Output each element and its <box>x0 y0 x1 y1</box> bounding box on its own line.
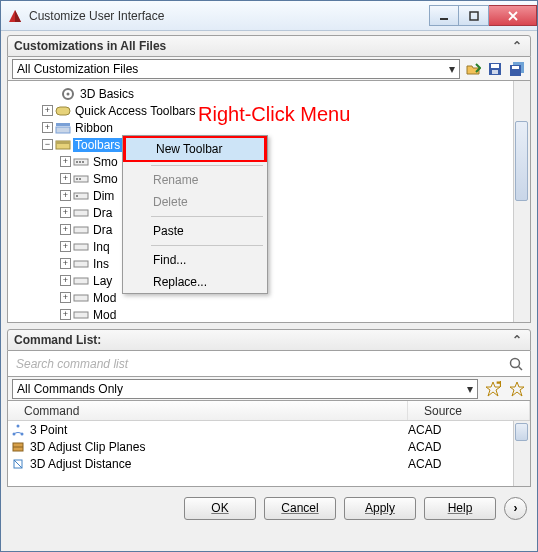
toolbar-icon <box>73 240 89 254</box>
cancel-button[interactable]: Cancel <box>264 497 336 520</box>
column-command-header[interactable]: Command <box>8 401 408 420</box>
svg-rect-27 <box>74 227 88 233</box>
list-item[interactable]: 3 Point ACAD <box>8 421 530 438</box>
expand-icon[interactable]: + <box>60 173 71 184</box>
star-new-icon[interactable]: ✚ <box>484 380 502 398</box>
command-icon <box>8 423 28 437</box>
command-list-title: Command List: <box>14 333 101 347</box>
expand-icon[interactable]: + <box>42 122 53 133</box>
expand-icon[interactable]: + <box>60 258 71 269</box>
svg-rect-22 <box>76 178 78 180</box>
svg-rect-31 <box>74 295 88 301</box>
ctx-rename: Rename <box>123 169 267 191</box>
tree-toolbar-item[interactable]: Mod <box>91 308 118 322</box>
command-name: 3D Adjust Clip Planes <box>28 440 408 454</box>
toolbar-icon <box>73 308 89 322</box>
svg-rect-6 <box>492 70 498 74</box>
tree-toolbar-item[interactable]: Ins <box>91 257 111 271</box>
expand-icon[interactable]: + <box>60 292 71 303</box>
menu-separator <box>151 165 263 166</box>
toolbar-icon <box>73 223 89 237</box>
toolbar-icon <box>73 189 89 203</box>
customizations-panel-header[interactable]: Customizations in All Files ⌃ <box>7 35 531 57</box>
collapse-icon[interactable]: ⌃ <box>510 39 524 53</box>
maximize-button[interactable] <box>459 5 489 26</box>
toolbars-folder-icon <box>55 138 71 152</box>
collapse-icon[interactable]: ⌃ <box>510 333 524 347</box>
expand-icon[interactable]: + <box>60 156 71 167</box>
svg-marker-1 <box>15 10 21 22</box>
command-filter-label: All Commands Only <box>17 382 123 396</box>
minimize-button[interactable] <box>429 5 459 26</box>
tree-toolbar-item[interactable]: Mod <box>91 291 118 305</box>
expand-dialog-button[interactable]: › <box>504 497 527 520</box>
list-item[interactable]: 3D Adjust Distance ACAD <box>8 455 530 472</box>
command-source: ACAD <box>408 457 530 471</box>
tree-item-toolbars[interactable]: Toolbars <box>73 138 122 152</box>
ctx-replace[interactable]: Replace... <box>123 271 267 293</box>
tree-item-quick-access[interactable]: Quick Access Toolbars <box>73 104 198 118</box>
command-filter-row: All Commands Only ▾ ✚ <box>7 377 531 401</box>
list-scrollbar[interactable] <box>513 421 530 486</box>
svg-rect-19 <box>79 161 81 163</box>
expand-icon[interactable]: + <box>42 105 53 116</box>
ctx-paste[interactable]: Paste <box>123 220 267 242</box>
quick-access-icon <box>55 104 71 118</box>
save-all-icon[interactable] <box>508 60 526 78</box>
customization-files-dropdown[interactable]: All Customization Files ▾ <box>12 59 460 79</box>
svg-rect-32 <box>74 312 88 318</box>
tree-toolbar-item[interactable]: Smo <box>91 172 120 186</box>
expand-icon[interactable]: + <box>60 309 71 320</box>
ok-button[interactable]: OK <box>184 497 256 520</box>
collapse-node-icon[interactable]: − <box>42 139 53 150</box>
menu-separator <box>151 216 263 217</box>
tree-toolbar-item[interactable]: Dra <box>91 223 114 237</box>
command-name: 3 Point <box>28 423 408 437</box>
tree-item-3dbasics[interactable]: 3D Basics <box>78 87 136 101</box>
toolbar-icon <box>73 291 89 305</box>
search-icon[interactable] <box>506 354 526 374</box>
svg-rect-2 <box>440 18 448 20</box>
svg-rect-18 <box>76 161 78 163</box>
command-source: ACAD <box>408 440 530 454</box>
titlebar[interactable]: Customize User Interface <box>1 1 537 31</box>
tree-toolbar-item[interactable]: Dra <box>91 206 114 220</box>
svg-rect-26 <box>74 210 88 216</box>
expand-icon[interactable]: + <box>60 241 71 252</box>
scrollbar-thumb[interactable] <box>515 121 528 201</box>
svg-point-43 <box>17 424 20 427</box>
expand-icon[interactable]: + <box>60 190 71 201</box>
tree-item-ribbon[interactable]: Ribbon <box>73 121 115 135</box>
close-button[interactable] <box>489 5 537 26</box>
column-source-header[interactable]: Source <box>408 401 530 420</box>
command-name: 3D Adjust Distance <box>28 457 408 471</box>
expand-icon[interactable]: + <box>60 275 71 286</box>
tree-toolbar-item[interactable]: Lay <box>91 274 114 288</box>
svg-rect-16 <box>56 141 70 144</box>
context-menu: New Toolbar Rename Delete Paste Find... … <box>122 135 268 294</box>
tree-scrollbar[interactable] <box>513 81 530 322</box>
dropdown-caret-icon: ▾ <box>467 382 473 396</box>
command-filter-dropdown[interactable]: All Commands Only ▾ <box>12 379 478 399</box>
scrollbar-thumb[interactable] <box>515 423 528 441</box>
search-input[interactable] <box>12 354 506 374</box>
list-item[interactable]: 3D Adjust Clip Planes ACAD <box>8 438 530 455</box>
open-file-icon[interactable] <box>464 60 482 78</box>
ctx-new-toolbar[interactable]: New Toolbar <box>123 136 267 162</box>
toolbar-icon <box>73 172 89 186</box>
help-button[interactable]: Help <box>424 497 496 520</box>
save-icon[interactable] <box>486 60 504 78</box>
svg-line-37 <box>519 366 523 370</box>
star-icon[interactable] <box>508 380 526 398</box>
expand-icon[interactable]: + <box>60 224 71 235</box>
expand-icon[interactable]: + <box>60 207 71 218</box>
tree-toolbar-item[interactable]: Dim <box>91 189 116 203</box>
tree-toolbar-item[interactable]: Inq <box>91 240 112 254</box>
tree-toolbar-item[interactable]: Smo <box>91 155 120 169</box>
command-icon <box>8 440 28 454</box>
toolbar-icon <box>73 155 89 169</box>
svg-marker-40 <box>510 382 524 396</box>
ctx-find[interactable]: Find... <box>123 249 267 271</box>
apply-button[interactable]: Apply <box>344 497 416 520</box>
command-list-header[interactable]: Command List: ⌃ <box>7 329 531 351</box>
